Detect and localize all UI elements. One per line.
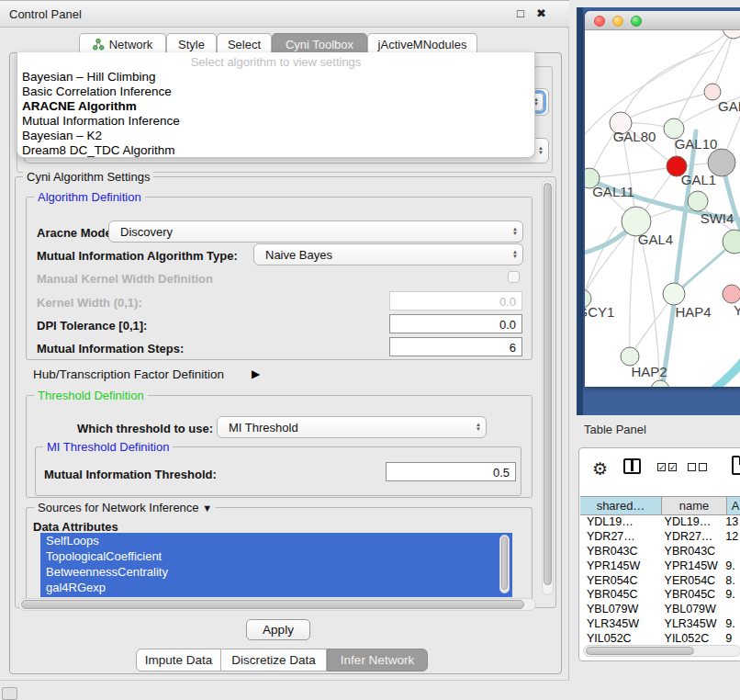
network-node[interactable] — [723, 30, 740, 39]
mi-threshold-field[interactable]: 0.5 — [386, 462, 516, 481]
tab-select[interactable]: Select — [217, 33, 272, 54]
bottom-tab-discretize-data[interactable]: Discretize Data — [221, 649, 327, 672]
table-row[interactable]: YER054C YER054C 8. — [580, 574, 740, 589]
tab-network[interactable]: Network — [79, 33, 166, 54]
table-panel-title: Table Panel — [584, 423, 646, 436]
network-node[interactable] — [663, 283, 685, 305]
table-horizontal-scrollbar-thumb[interactable] — [586, 647, 694, 655]
attribute-item-selected[interactable]: gal4RGexp — [40, 580, 512, 595]
file-icon[interactable] — [732, 456, 740, 475]
tab-style[interactable]: Style — [166, 33, 217, 54]
unchecked-checkbox-icon[interactable] — [699, 463, 707, 471]
cell-name: YBR045C — [661, 588, 726, 603]
control-panel: Control Panel □ ✖ Network Style Select C… — [0, 0, 569, 681]
column-header-name[interactable]: name — [662, 496, 727, 515]
network-window-titlebar[interactable] — [585, 11, 740, 30]
algorithm-option[interactable]: Basic Correlation Inference — [17, 85, 534, 99]
cell-shared-name: YIL052C — [580, 632, 661, 642]
tab-cyni-toolbox-label: Cyni Toolbox — [286, 38, 353, 51]
mi-steps-field[interactable]: 6 — [389, 337, 522, 356]
cell-name: YDR27… — [661, 530, 726, 545]
network-node[interactable] — [621, 347, 639, 366]
algorithm-option[interactable]: Mutual Information Inference — [17, 114, 534, 129]
docked-panel-chip[interactable] — [2, 687, 17, 700]
data-attributes-list[interactable]: SelfLoops TopologicalCoefficient Between… — [40, 533, 512, 597]
network-edge[interactable] — [585, 227, 616, 299]
settings-horizontal-scrollbar[interactable] — [18, 598, 536, 611]
maximize-window-icon[interactable] — [631, 16, 642, 27]
attribute-item-selected[interactable]: SelfLoops — [40, 533, 512, 548]
algorithm-option[interactable]: Dream8 DC_TDC Algorithm — [17, 143, 534, 158]
network-canvas[interactable]: GALGAL80GAL10GAL1GAL11SWI4GAL4GCY1HAP4YH… — [585, 30, 740, 387]
cell-name: YER054C — [661, 574, 726, 589]
dpi-tolerance-field[interactable]: 0.0 — [389, 314, 522, 333]
impute-data-label: Impute Data — [145, 653, 213, 667]
bottom-tab-impute-data[interactable]: Impute Data — [136, 649, 221, 672]
gear-icon[interactable]: ⚙ — [592, 458, 608, 480]
bottom-tab-infer-network[interactable]: Infer Network — [327, 649, 428, 672]
network-window[interactable]: GALGAL80GAL10GAL1GAL11SWI4GAL4GCY1HAP4YH… — [585, 11, 740, 387]
which-threshold-combobox[interactable]: MI Threshold ▲▼ — [217, 416, 487, 438]
minimize-window-icon[interactable] — [612, 16, 623, 27]
attribute-item-selected[interactable]: TopologicalCoefficient — [40, 548, 512, 564]
settings-vertical-scrollbar[interactable] — [542, 180, 554, 595]
table-row[interactable]: YBR045C YBR045C 9. — [580, 588, 740, 603]
node-label: GAL10 — [675, 136, 718, 152]
network-edge[interactable] — [630, 221, 636, 356]
table-row[interactable]: YDL19… YDL19… 13 — [580, 515, 740, 530]
table-row[interactable]: YDR27… YDR27… 12 — [580, 530, 740, 545]
network-edge[interactable] — [706, 354, 740, 387]
unchecked-checkbox-icon[interactable] — [688, 463, 696, 471]
mi-type-label: Mutual Information Algorithm Type: — [37, 249, 238, 263]
column-header-partial[interactable]: A — [727, 496, 740, 515]
table-row[interactable]: YLR345W YLR345W 9. — [580, 617, 740, 632]
hub-collapsed-arrow-icon[interactable]: ▶ — [252, 367, 260, 380]
algorithm-option-selected[interactable]: ARACNE Algorithm — [17, 99, 534, 114]
mi-type-combobox[interactable]: Naive Bayes ▲▼ — [253, 243, 523, 265]
table-row[interactable]: YBR043C YBR043C — [580, 545, 740, 559]
network-edge[interactable] — [621, 51, 713, 123]
hub-definition-label[interactable]: Hub/Transcription Factor Definition — [33, 367, 224, 381]
column-header-shared[interactable]: shared… — [580, 496, 662, 515]
settings-horizontal-scrollbar-thumb[interactable] — [21, 600, 524, 609]
checked-checkbox-icon[interactable]: ✓ — [668, 463, 677, 471]
algorithm-option[interactable]: Bayesian – Hill Climbing — [17, 70, 534, 85]
close-panel-icon[interactable]: ✖ — [536, 6, 546, 20]
attribute-list-scrollbar-thumb[interactable] — [501, 536, 508, 590]
attribute-list-scrollbar[interactable] — [499, 535, 510, 593]
combobox-stepper-icon: ▲▼ — [508, 244, 522, 265]
tab-jactivemnodules[interactable]: jActiveMNodules — [367, 33, 477, 54]
checked-checkbox-icon[interactable]: ✓ — [657, 463, 666, 471]
split-columns-icon[interactable] — [623, 458, 641, 474]
sources-expanded-arrow-icon[interactable]: ▼ — [202, 502, 212, 514]
network-edge[interactable] — [589, 166, 677, 178]
table-row[interactable]: YPR145W YPR145W 9. — [580, 559, 740, 574]
discretize-data-label: Discretize Data — [231, 653, 316, 667]
network-edge[interactable] — [638, 223, 660, 387]
table-row[interactable]: YBL079W YBL079W — [580, 603, 740, 617]
network-node[interactable] — [688, 191, 708, 211]
node-label: HAP4 — [675, 304, 711, 320]
network-edge[interactable] — [712, 30, 734, 92]
aracne-mode-combobox[interactable]: Discovery ▲▼ — [108, 220, 523, 243]
cell-value — [725, 545, 740, 559]
algorithm-option[interactable]: Bayesian – K2 — [17, 129, 534, 143]
network-node[interactable] — [723, 285, 740, 303]
close-window-icon[interactable] — [594, 16, 605, 27]
cell-shared-name: YER054C — [580, 574, 661, 589]
float-panel-icon[interactable]: □ — [517, 6, 524, 20]
mi-threshold-label: Mutual Information Threshold: — [44, 468, 217, 481]
tab-cyni-toolbox[interactable]: Cyni Toolbox — [272, 33, 367, 54]
table-horizontal-scrollbar[interactable] — [583, 645, 740, 657]
table-row[interactable]: YIL052C YIL052C 9 — [580, 632, 740, 642]
network-node[interactable] — [651, 380, 669, 387]
node-label: GAL11 — [592, 184, 634, 199]
apply-button[interactable]: Apply — [246, 619, 310, 640]
aracne-mode-value: Discovery — [109, 225, 508, 239]
kernel-width-field[interactable]: 0.0 — [389, 291, 522, 310]
combobox-stepper-icon: ▲▼ — [508, 221, 522, 242]
manual-kernel-checkbox[interactable] — [508, 271, 520, 283]
cell-value: 8. — [725, 574, 740, 589]
settings-vertical-scrollbar-thumb[interactable] — [544, 183, 552, 585]
attribute-item-selected[interactable]: BetweennessCentrality — [40, 564, 512, 580]
